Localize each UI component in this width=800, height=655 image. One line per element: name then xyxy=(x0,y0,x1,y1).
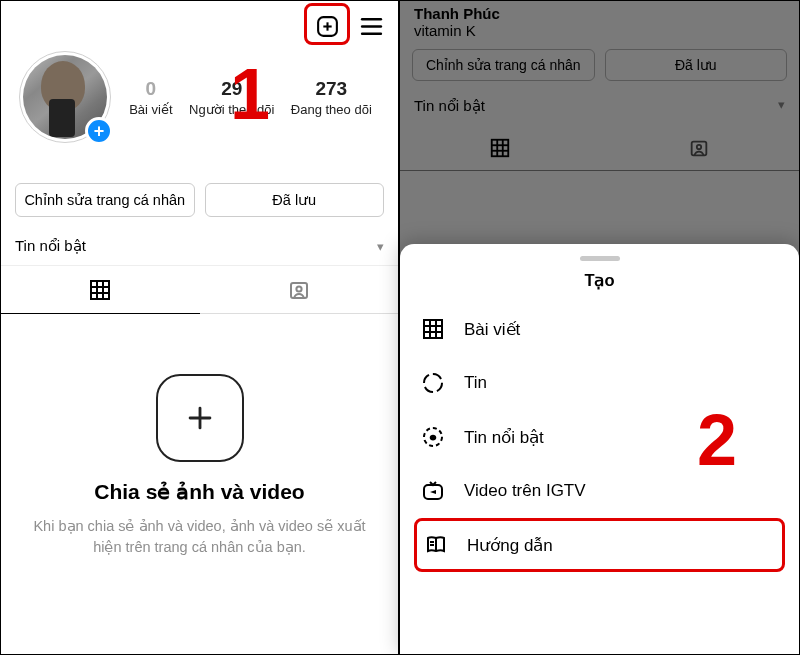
empty-subtitle: Khi bạn chia sẻ ảnh và video, ảnh và vid… xyxy=(25,516,374,558)
highlights-label: Tin nổi bật xyxy=(15,237,86,255)
stat-following-label: Đang theo dõi xyxy=(291,102,372,117)
create-button[interactable] xyxy=(314,13,340,39)
sheet-item-label: Bài viết xyxy=(464,319,520,340)
empty-add-icon[interactable] xyxy=(156,374,244,462)
tab-tagged[interactable] xyxy=(200,266,399,314)
guide-icon xyxy=(423,532,449,558)
sheet-item-label: Hướng dẫn xyxy=(467,535,553,556)
annotation-step-1: 1 xyxy=(230,53,270,135)
sheet-item-label: Tin xyxy=(464,373,487,393)
profile-header: + 0 Bài viết 29 Người theo dõi 273 Đang … xyxy=(1,45,398,153)
highlight-icon xyxy=(420,424,446,450)
sheet-item-post[interactable]: Bài viết xyxy=(414,302,785,356)
svg-point-27 xyxy=(424,374,442,392)
stat-posts-count: 0 xyxy=(129,78,172,100)
create-sheet-screen: Thanh Phúc vitamin K Chỉnh sửa trang cá … xyxy=(400,1,799,654)
profile-tabs xyxy=(1,266,398,314)
profile-action-buttons: Chỉnh sửa trang cá nhân Đã lưu xyxy=(1,153,398,229)
grid-icon xyxy=(420,316,446,342)
empty-state: Chia sẻ ảnh và video Khi bạn chia sẻ ảnh… xyxy=(1,314,398,558)
svg-rect-22 xyxy=(424,320,442,338)
sheet-list: Bài viết Tin Tin nổi bật xyxy=(400,302,799,572)
svg-point-12 xyxy=(296,286,301,291)
svg-rect-11 xyxy=(291,283,307,298)
stat-following[interactable]: 273 Đang theo dõi xyxy=(291,78,372,117)
stat-posts-label: Bài viết xyxy=(129,102,172,117)
story-icon xyxy=(420,370,446,396)
svg-rect-6 xyxy=(91,281,109,299)
empty-title: Chia sẻ ảnh và video xyxy=(25,480,374,504)
avatar[interactable]: + xyxy=(19,51,111,143)
highlights-row[interactable]: Tin nổi bật ▾ xyxy=(1,229,398,266)
annotation-step-2: 2 xyxy=(697,399,737,481)
edit-profile-button[interactable]: Chỉnh sửa trang cá nhân xyxy=(15,183,195,217)
top-bar xyxy=(1,1,398,45)
add-story-icon[interactable]: + xyxy=(85,117,113,145)
saved-button[interactable]: Đã lưu xyxy=(205,183,385,217)
chevron-down-icon: ▾ xyxy=(377,239,384,254)
hamburger-menu-icon[interactable] xyxy=(358,13,384,39)
tab-grid[interactable] xyxy=(1,266,200,314)
igtv-icon xyxy=(420,478,446,504)
create-bottom-sheet: Tạo Bài viết Tin xyxy=(400,244,799,654)
sheet-drag-handle[interactable] xyxy=(580,256,620,261)
stat-posts[interactable]: 0 Bài viết xyxy=(129,78,172,117)
sheet-item-label: Tin nổi bật xyxy=(464,427,544,448)
stat-following-count: 273 xyxy=(291,78,372,100)
sheet-item-guide[interactable]: Hướng dẫn xyxy=(414,518,785,572)
sheet-title: Tạo xyxy=(400,271,799,290)
profile-screen: + 0 Bài viết 29 Người theo dõi 273 Đang … xyxy=(1,1,400,654)
sheet-item-label: Video trên IGTV xyxy=(464,481,586,501)
